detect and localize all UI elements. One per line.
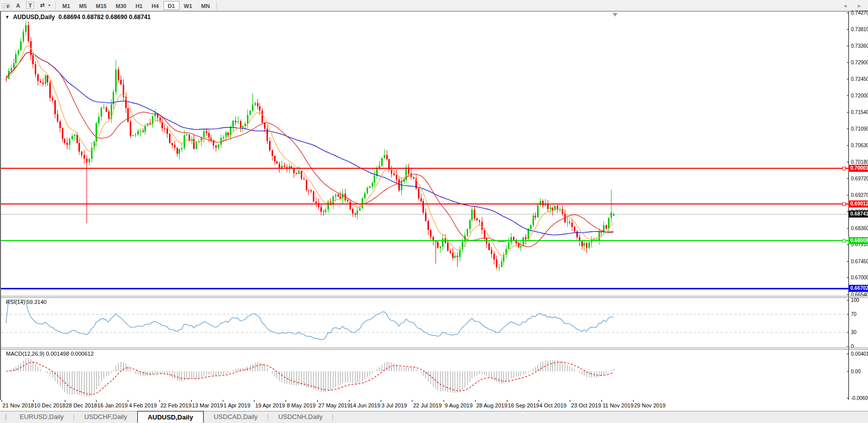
date-tick bbox=[317, 400, 318, 402]
date-label: 22 Jul 2019 bbox=[413, 402, 442, 408]
price-tick: 0.74270 bbox=[849, 10, 868, 16]
chart-tab-audusd[interactable]: AUDUSD,Daily bbox=[137, 411, 204, 422]
toolbar-separator bbox=[216, 2, 217, 10]
chart-tab-usdchf[interactable]: USDCHF,Daily bbox=[74, 411, 137, 423]
date-tick bbox=[128, 400, 128, 402]
price-tick: 0.69270 bbox=[849, 192, 868, 198]
timeframe-button-m5[interactable]: M5 bbox=[74, 1, 91, 10]
toolbar: F A T ⇄ ▾ M1M5M15M30H1H4D1W1MN bbox=[0, 0, 868, 11]
date-label: 1 Apr 2019 bbox=[224, 402, 250, 408]
level-price-label: 0.66702 bbox=[848, 285, 868, 292]
current-price-label: 0.68741 bbox=[848, 210, 868, 218]
tab-scroll-arrows[interactable]: ◄ ► bbox=[842, 3, 866, 9]
price-tick: 0.67450 bbox=[849, 258, 868, 265]
pane-splitter[interactable] bbox=[1, 297, 868, 298]
level-price-label: 0.69012 bbox=[848, 200, 868, 207]
date-label: 14 Jun 2019 bbox=[350, 402, 381, 408]
date-label: 16 Sep 2019 bbox=[508, 402, 539, 408]
date-label: 29 Nov 2019 bbox=[634, 402, 665, 408]
pane-splitter[interactable] bbox=[1, 348, 868, 348]
dropdown-caret-icon[interactable]: ▾ bbox=[48, 3, 53, 8]
date-label: 4 Oct 2019 bbox=[540, 402, 567, 408]
rsi-indicator-label: RSI(14) 59.3140 bbox=[6, 299, 47, 305]
date-label: 19 Apr 2019 bbox=[255, 402, 285, 408]
symbol-dropdown-icon[interactable]: ▼ bbox=[5, 15, 10, 20]
chart-window: ▼ AUDUSD,Daily 0.68694 0.68782 0.68690 0… bbox=[0, 11, 868, 400]
text-glyph: T bbox=[26, 2, 34, 9]
arrows-icon[interactable]: ⇄ bbox=[37, 1, 48, 10]
date-label: 13 Mar 2019 bbox=[192, 402, 223, 408]
timeframe-button-w1[interactable]: W1 bbox=[180, 1, 197, 10]
trading-platform-window: F A T ⇄ ▾ M1M5M15M30H1H4D1W1MN ▼ AUDUSD,… bbox=[0, 0, 868, 423]
chart-tab-usdcnh[interactable]: USDCNH,Daily bbox=[268, 411, 332, 423]
fibonacci-icon[interactable]: F bbox=[1, 1, 12, 10]
chart-ohlc: 0.68694 0.68782 0.68690 0.68741 bbox=[58, 14, 151, 21]
date-tick bbox=[96, 400, 97, 402]
fibonacci-glyph: F bbox=[2, 2, 11, 9]
date-tick bbox=[570, 400, 570, 402]
date-label: 9 Aug 2019 bbox=[445, 402, 473, 408]
timeframe-button-h1[interactable]: H1 bbox=[131, 1, 147, 10]
timeframe-button-m30[interactable]: M30 bbox=[111, 1, 131, 10]
tabbar-grip bbox=[5, 414, 7, 420]
pane-splitter[interactable] bbox=[1, 296, 868, 296]
price-tick: 0.71090 bbox=[849, 126, 868, 132]
timeframe-button-h4[interactable]: H4 bbox=[147, 1, 163, 10]
date-label: 28 Dec 2018 bbox=[66, 402, 97, 408]
date-tick bbox=[539, 400, 539, 402]
date-tick bbox=[65, 400, 65, 402]
date-label: 16 Jan 2019 bbox=[97, 402, 128, 408]
date-label: 23 Oct 2019 bbox=[571, 402, 601, 408]
date-label: 28 Aug 2019 bbox=[476, 402, 507, 408]
toolbar-separator bbox=[55, 2, 56, 10]
price-tick: 0.71540 bbox=[849, 109, 868, 116]
timeframe-button-d1[interactable]: D1 bbox=[163, 1, 180, 10]
date-label: 21 Nov 2018 bbox=[3, 402, 34, 408]
date-label: 4 Feb 2019 bbox=[129, 402, 157, 408]
chart-tab-eurusd[interactable]: EURUSD,Daily bbox=[10, 411, 73, 423]
macd-indicator-label: MACD(12,26,9) 0.001498 0.000612 bbox=[6, 351, 94, 357]
date-tick bbox=[254, 400, 254, 402]
date-tick bbox=[191, 400, 192, 402]
text-label-icon[interactable]: A bbox=[13, 1, 24, 10]
macd-scale-tick: 0.004017 bbox=[849, 351, 868, 357]
date-tick bbox=[601, 400, 602, 402]
date-label: 22 Feb 2019 bbox=[160, 402, 192, 408]
timeframe-button-mn[interactable]: MN bbox=[197, 1, 214, 10]
chart-title: ▼ AUDUSD,Daily 0.68694 0.68782 0.68690 0… bbox=[5, 14, 151, 21]
rsi-scale-tick: 30 bbox=[849, 329, 868, 336]
price-axis[interactable]: 0.742700.738100.733600.729000.724500.720… bbox=[849, 12, 868, 400]
pane-splitter[interactable] bbox=[1, 349, 868, 350]
date-tick bbox=[475, 400, 476, 402]
date-label: 10 Dec 2018 bbox=[34, 402, 65, 408]
date-tick bbox=[633, 400, 634, 402]
tab-divider bbox=[332, 414, 333, 420]
price-tick: 0.72000 bbox=[849, 92, 868, 99]
date-tick bbox=[159, 400, 160, 402]
date-tick bbox=[444, 400, 444, 402]
timeframe-button-m1[interactable]: M1 bbox=[58, 1, 74, 10]
price-tick: 0.70630 bbox=[849, 142, 868, 149]
level-price-label: 0.68008 bbox=[848, 237, 868, 244]
level-price-label: 0.70001 bbox=[848, 165, 868, 172]
text-icon[interactable]: T bbox=[25, 1, 36, 10]
date-label: 3 Jul 2019 bbox=[382, 402, 407, 408]
date-label: 27 May 2019 bbox=[318, 402, 351, 408]
date-tick bbox=[286, 400, 286, 402]
date-axis[interactable]: 21 Nov 201810 Dec 201828 Dec 201816 Jan … bbox=[0, 400, 868, 411]
date-tick bbox=[33, 400, 34, 402]
chart-symbol: AUDUSD,Daily bbox=[13, 14, 55, 21]
date-tick bbox=[2, 400, 2, 402]
price-tick: 0.73810 bbox=[849, 26, 868, 33]
chart-shift-marker bbox=[613, 13, 618, 17]
date-tick bbox=[507, 400, 507, 402]
date-tick bbox=[381, 400, 381, 402]
date-label: 11 Nov 2019 bbox=[602, 402, 634, 408]
timeframe-button-m15[interactable]: M15 bbox=[92, 1, 111, 10]
price-tick: 0.67000 bbox=[849, 274, 868, 281]
price-tick: 0.72450 bbox=[849, 76, 868, 82]
chart-canvas[interactable] bbox=[1, 12, 848, 400]
chart-tab-bar: EURUSD,DailyUSDCHF,DailyAUDUSD,DailyUSDC… bbox=[0, 411, 868, 423]
chart-tab-usdcad[interactable]: USDCAD,Daily bbox=[204, 411, 268, 423]
date-label: 8 May 2019 bbox=[287, 402, 315, 408]
